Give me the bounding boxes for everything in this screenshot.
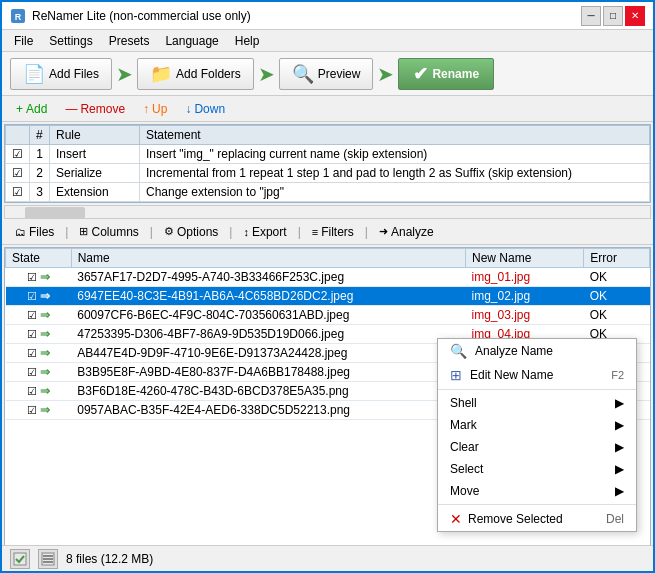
menu-language[interactable]: Language bbox=[157, 32, 226, 49]
context-analyze-name[interactable]: 🔍 Analyze Name bbox=[438, 339, 636, 363]
title-bar: R ReNamer Lite (non-commercial use only)… bbox=[2, 2, 653, 30]
move-arrow-icon: ▶ bbox=[615, 484, 624, 498]
context-analyze-label: Analyze Name bbox=[475, 344, 553, 358]
window-title: ReNamer Lite (non-commercial use only) bbox=[32, 9, 581, 23]
down-rule-button[interactable]: ↓ Down bbox=[177, 101, 233, 117]
rule-checkbox-1[interactable]: ☑ bbox=[6, 145, 30, 164]
edit-shortcut: F2 bbox=[611, 369, 624, 381]
add-folders-icon: 📁 bbox=[150, 63, 172, 85]
file-state-1: ☑ ⇒ bbox=[6, 268, 72, 287]
app-icon: R bbox=[10, 8, 26, 24]
context-clear[interactable]: Clear ▶ bbox=[438, 436, 636, 458]
rules-col-rule: Rule bbox=[50, 126, 140, 145]
status-icon-2[interactable] bbox=[38, 549, 58, 569]
remove-rule-button[interactable]: — Remove bbox=[57, 101, 133, 117]
tab-options[interactable]: ⚙ Options bbox=[155, 222, 227, 242]
tab-columns[interactable]: ⊞ Columns bbox=[70, 222, 147, 242]
file-state-4: ☑ ⇒ bbox=[6, 325, 72, 344]
arrow1-icon: ➤ bbox=[116, 62, 133, 86]
preview-button[interactable]: 🔍 Preview bbox=[279, 58, 374, 90]
rules-table: # Rule Statement ☑ 1 Insert Insert "img_… bbox=[5, 125, 650, 202]
menu-presets[interactable]: Presets bbox=[101, 32, 158, 49]
context-sep-2 bbox=[438, 504, 636, 505]
files-col-error: Error bbox=[584, 249, 650, 268]
rule-row-1[interactable]: ☑ 1 Insert Insert "img_" replacing curre… bbox=[6, 145, 650, 164]
rule-checkbox-2[interactable]: ☑ bbox=[6, 164, 30, 183]
rules-scrollbar[interactable] bbox=[4, 205, 651, 219]
files-col-name: Name bbox=[71, 249, 465, 268]
context-sep-1 bbox=[438, 389, 636, 390]
add-files-button[interactable]: 📄 Add Files bbox=[10, 58, 112, 90]
rule-row-2[interactable]: ☑ 2 Serialize Incremental from 1 repeat … bbox=[6, 164, 650, 183]
file-name-8: 0957ABAC-B35F-42E4-AED6-338DC5D52213.png bbox=[71, 401, 465, 420]
menu-help[interactable]: Help bbox=[227, 32, 268, 49]
app-window: R ReNamer Lite (non-commercial use only)… bbox=[0, 0, 655, 573]
rule-name-2: Serialize bbox=[50, 164, 140, 183]
context-move[interactable]: Move ▶ bbox=[438, 480, 636, 502]
svg-rect-2 bbox=[14, 553, 26, 565]
clear-arrow-icon: ▶ bbox=[615, 440, 624, 454]
file-name-4: 47253395-D306-4BF7-86A9-9D535D19D066.jpe… bbox=[71, 325, 465, 344]
rule-checkbox-3[interactable]: ☑ bbox=[6, 183, 30, 202]
files-tab-icon: 🗂 bbox=[15, 226, 26, 238]
context-edit-label: Edit New Name bbox=[470, 368, 553, 382]
minimize-button[interactable]: ─ bbox=[581, 6, 601, 26]
menu-file[interactable]: File bbox=[6, 32, 41, 49]
tab-files[interactable]: 🗂 Files bbox=[6, 222, 63, 242]
status-text: 8 files (12.2 MB) bbox=[66, 552, 153, 566]
menu-settings[interactable]: Settings bbox=[41, 32, 100, 49]
file-state-5: ☑ ⇒ bbox=[6, 344, 72, 363]
down-label: Down bbox=[194, 102, 225, 116]
file-name-2: 6947EE40-8C3E-4B91-AB6A-4C658BD26DC2.jpe… bbox=[71, 287, 465, 306]
add-files-icon: 📄 bbox=[23, 63, 45, 85]
remove-selected-icon: ✕ bbox=[450, 511, 462, 527]
svg-rect-4 bbox=[43, 555, 53, 557]
file-row-3[interactable]: ☑ ⇒ 60097CF6-B6EC-4F9C-804C-703560631ABD… bbox=[6, 306, 650, 325]
close-button[interactable]: ✕ bbox=[625, 6, 645, 26]
context-mark[interactable]: Mark ▶ bbox=[438, 414, 636, 436]
edit-icon: ⊞ bbox=[450, 367, 462, 383]
rename-label: Rename bbox=[432, 67, 479, 81]
tab-bar: 🗂 Files | ⊞ Columns | ⚙ Options | ↕ Expo… bbox=[2, 219, 653, 245]
rules-col-checkbox bbox=[6, 126, 30, 145]
context-remove-selected[interactable]: ✕ Remove Selected Del bbox=[438, 507, 636, 531]
maximize-button[interactable]: □ bbox=[603, 6, 623, 26]
file-state-7: ☑ ⇒ bbox=[6, 382, 72, 401]
context-menu: 🔍 Analyze Name ⊞ Edit New Name F2 Shell … bbox=[437, 338, 637, 532]
file-row-1[interactable]: ☑ ⇒ 3657AF17-D2D7-4995-A740-3B33466F253C… bbox=[6, 268, 650, 287]
tab-export[interactable]: ↕ Export bbox=[234, 222, 295, 242]
context-select[interactable]: Select ▶ bbox=[438, 458, 636, 480]
file-name-6: B3B95E8F-A9BD-4E80-837F-D4A6BB178488.jpe… bbox=[71, 363, 465, 382]
mark-arrow-icon: ▶ bbox=[615, 418, 624, 432]
remove-shortcut: Del bbox=[606, 512, 624, 526]
svg-rect-6 bbox=[43, 561, 53, 563]
add-folders-label: Add Folders bbox=[176, 67, 241, 81]
add-label: Add bbox=[26, 102, 47, 116]
file-state-6: ☑ ⇒ bbox=[6, 363, 72, 382]
menu-bar: File Settings Presets Language Help bbox=[2, 30, 653, 52]
tab-filters[interactable]: ≡ Filters bbox=[303, 222, 363, 242]
shell-arrow-icon: ▶ bbox=[615, 396, 624, 410]
preview-label: Preview bbox=[318, 67, 361, 81]
file-row-2[interactable]: ☑ ⇒ 6947EE40-8C3E-4B91-AB6A-4C658BD26DC2… bbox=[6, 287, 650, 306]
status-icon-1[interactable] bbox=[10, 549, 30, 569]
up-label: Up bbox=[152, 102, 167, 116]
rename-button[interactable]: ✔ Rename bbox=[398, 58, 494, 90]
remove-rule-icon: — bbox=[65, 102, 77, 116]
rule-row-3[interactable]: ☑ 3 Extension Change extension to "jpg" bbox=[6, 183, 650, 202]
rule-name-1: Insert bbox=[50, 145, 140, 164]
context-shell[interactable]: Shell ▶ bbox=[438, 392, 636, 414]
up-rule-button[interactable]: ↑ Up bbox=[135, 101, 175, 117]
second-toolbar: + Add — Remove ↑ Up ↓ Down bbox=[2, 96, 653, 122]
add-files-label: Add Files bbox=[49, 67, 99, 81]
rule-num-3: 3 bbox=[30, 183, 50, 202]
file-name-1: 3657AF17-D2D7-4995-A740-3B33466F253C.jpe… bbox=[71, 268, 465, 287]
context-move-label: Move bbox=[450, 484, 479, 498]
add-folders-button[interactable]: 📁 Add Folders bbox=[137, 58, 254, 90]
analyze-icon: 🔍 bbox=[450, 343, 467, 359]
tab-analyze[interactable]: ➜ Analyze bbox=[370, 222, 443, 242]
svg-rect-5 bbox=[43, 558, 53, 560]
rule-name-3: Extension bbox=[50, 183, 140, 202]
context-edit-newname[interactable]: ⊞ Edit New Name F2 bbox=[438, 363, 636, 387]
add-rule-button[interactable]: + Add bbox=[8, 101, 55, 117]
